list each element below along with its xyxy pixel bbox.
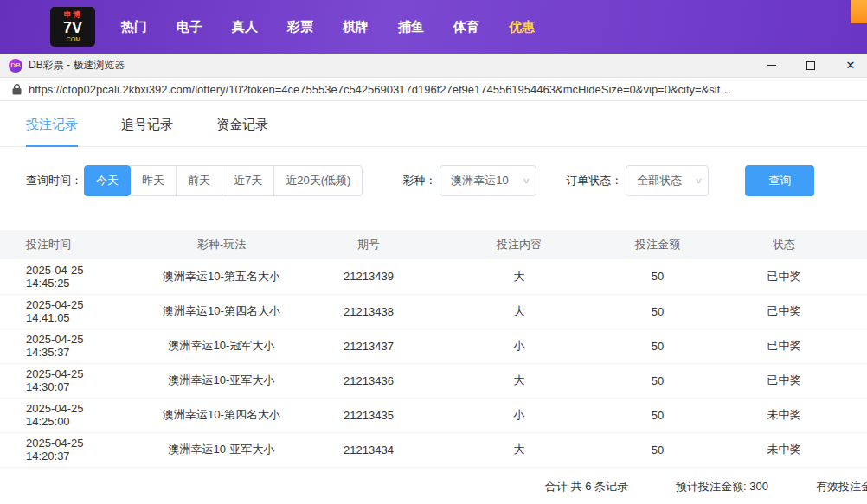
status-filter-label: 订单状态： (566, 173, 622, 188)
cell-status: 未中奖 (701, 398, 867, 432)
nav-item-hot[interactable]: 热门 (121, 19, 147, 35)
header-bet-content: 投注内容 (424, 230, 614, 259)
cell-bet-content: 大 (424, 432, 614, 467)
logo-suffix-text: .COM (65, 36, 80, 42)
order-status-select[interactable]: 全部状态 ∨ (626, 165, 709, 196)
table-header-row: 投注时间 彩种-玩法 期号 投注内容 投注金额 状态 (0, 230, 867, 259)
header-status: 状态 (701, 230, 867, 259)
time-filter-group: 今天 昨天 前天 近7天 近20天(低频) (84, 165, 363, 196)
maximize-icon (806, 61, 815, 70)
header-issue: 期号 (313, 230, 424, 259)
close-button[interactable]: ✕ (845, 60, 857, 72)
summary-expected-amount: 预计投注金额: 300 (676, 479, 768, 494)
header-bet-amount: 投注金额 (614, 230, 701, 259)
cell-bet-time: 2025-04-25 14:20:37 (0, 432, 130, 467)
table-row[interactable]: 2025-04-25 14:35:37 澳洲幸运10-冠军大小 21213437… (0, 329, 867, 363)
bet-records-table: 投注时间 彩种-玩法 期号 投注内容 投注金额 状态 2025-04-25 14… (0, 230, 867, 468)
filter-bar: 查询时间： 今天 昨天 前天 近7天 近20天(低频) 彩种： 澳洲幸运10 ∨… (0, 147, 867, 214)
nav-item-lottery[interactable]: 彩票 (287, 19, 313, 35)
header-bet-time: 投注时间 (0, 230, 130, 259)
tab-bet-records[interactable]: 投注记录 (26, 117, 78, 147)
tab-fund-records[interactable]: 资金记录 (216, 117, 268, 146)
cell-game-play: 澳洲幸运10-第五名大小 (130, 259, 313, 294)
summary-bar: 合计 共 6 条记录 预计投注金额: 300 有效投注金 (0, 468, 867, 504)
address-bar[interactable]: https://ctop02pcali.2kbxi392.com/lottery… (0, 78, 867, 101)
corner-tag (851, 0, 867, 23)
time-filter-label: 查询时间： (26, 173, 82, 188)
nav-menu: 热门 电子 真人 彩票 棋牌 捕鱼 体育 优惠 (121, 19, 535, 35)
cell-bet-time: 2025-04-25 14:41:05 (0, 294, 130, 329)
nav-item-live[interactable]: 真人 (232, 19, 258, 35)
cell-status: 已中奖 (701, 294, 867, 329)
cell-issue: 21213434 (313, 432, 424, 467)
cell-game-play: 澳洲幸运10-亚军大小 (130, 363, 313, 398)
cell-game-play: 澳洲幸运10-第四名大小 (130, 294, 313, 329)
cell-bet-content: 大 (424, 363, 614, 398)
table-row[interactable]: 2025-04-25 14:45:25 澳洲幸运10-第五名大小 2121343… (0, 259, 867, 294)
cell-issue: 21213436 (313, 363, 424, 398)
app-badge-icon: DB (9, 59, 22, 73)
cell-issue: 21213437 (313, 329, 424, 363)
time-filter-yesterday[interactable]: 昨天 (130, 165, 177, 196)
tab-chase-records[interactable]: 追号记录 (121, 117, 173, 146)
table-row[interactable]: 2025-04-25 14:20:37 澳洲幸运10-亚军大小 21213434… (0, 432, 867, 467)
cell-bet-content: 小 (424, 329, 614, 363)
lottery-select[interactable]: 澳洲幸运10 ∨ (440, 165, 536, 196)
time-filter-daybefore[interactable]: 前天 (176, 165, 222, 196)
site-logo[interactable]: 申博 7V .COM (50, 7, 95, 47)
cell-issue: 21213438 (313, 294, 424, 329)
site-nav: 申博 7V .COM 热门 电子 真人 彩票 棋牌 捕鱼 体育 优惠 (0, 0, 867, 54)
cell-bet-time: 2025-04-25 14:45:25 (0, 259, 130, 294)
cell-status: 已中奖 (701, 363, 867, 398)
chevron-down-icon: ∨ (522, 176, 530, 185)
summary-total-records: 合计 共 6 条记录 (545, 479, 628, 494)
cell-bet-amount: 50 (614, 432, 701, 467)
cell-issue: 21213439 (313, 259, 424, 294)
cell-game-play: 澳洲幸运10-冠军大小 (130, 329, 313, 363)
logo-top-text: 申博 (64, 11, 81, 19)
nav-item-electronic[interactable]: 电子 (177, 19, 202, 35)
close-icon: ✕ (846, 60, 856, 71)
cell-bet-amount: 50 (614, 363, 701, 398)
cell-bet-time: 2025-04-25 14:25:00 (0, 398, 130, 432)
cell-bet-content: 大 (424, 259, 614, 294)
table-row[interactable]: 2025-04-25 14:25:00 澳洲幸运10-第四名大小 2121343… (0, 398, 867, 432)
lottery-filter-label: 彩种： (402, 173, 436, 188)
cell-game-play: 澳洲幸运10-第四名大小 (130, 398, 313, 432)
cell-status: 已中奖 (701, 329, 867, 363)
minimize-button[interactable] (765, 60, 777, 72)
header-game-play: 彩种-玩法 (130, 230, 313, 259)
maximize-button[interactable] (805, 60, 817, 72)
chevron-down-icon: ∨ (694, 176, 702, 185)
record-tabs: 投注记录 追号记录 资金记录 (0, 101, 867, 147)
cell-bet-amount: 50 (614, 398, 701, 432)
cell-bet-amount: 50 (614, 294, 701, 329)
cell-bet-amount: 50 (614, 259, 701, 294)
summary-valid-amount: 有效投注金 (816, 479, 867, 494)
nav-item-board-games[interactable]: 棋牌 (343, 19, 369, 35)
cell-bet-time: 2025-04-25 14:30:07 (0, 363, 130, 398)
cell-bet-time: 2025-04-25 14:35:37 (0, 329, 130, 363)
lock-icon (12, 84, 22, 95)
logo-main-text: 7V (63, 20, 82, 35)
lottery-select-value: 澳洲幸运10 (451, 173, 508, 188)
cell-bet-content: 小 (424, 398, 614, 432)
table-row[interactable]: 2025-04-25 14:41:05 澳洲幸运10-第四名大小 2121343… (0, 294, 867, 329)
time-filter-7days[interactable]: 近7天 (222, 165, 274, 196)
cell-bet-content: 大 (424, 294, 614, 329)
browser-titlebar: DB DB彩票 - 极速浏览器 ✕ (0, 54, 867, 78)
window-title: DB彩票 - 极速浏览器 (29, 58, 765, 73)
nav-item-sports[interactable]: 体育 (453, 19, 479, 35)
search-button[interactable]: 查询 (745, 165, 814, 196)
time-filter-today[interactable]: 今天 (84, 165, 131, 196)
cell-bet-amount: 50 (614, 329, 701, 363)
nav-item-promotions[interactable]: 优惠 (509, 19, 535, 35)
nav-item-fishing[interactable]: 捕鱼 (398, 19, 424, 35)
cell-game-play: 澳洲幸运10-亚军大小 (130, 432, 313, 467)
cell-status: 未中奖 (701, 432, 867, 467)
cell-status: 已中奖 (701, 259, 867, 294)
bet-table-body: 2025-04-25 14:45:25 澳洲幸运10-第五名大小 2121343… (0, 259, 867, 467)
time-filter-20days[interactable]: 近20天(低频) (273, 165, 363, 196)
url-text[interactable]: https://ctop02pcali.2kbxi392.com/lottery… (29, 83, 855, 96)
table-row[interactable]: 2025-04-25 14:30:07 澳洲幸运10-亚军大小 21213436… (0, 363, 867, 398)
